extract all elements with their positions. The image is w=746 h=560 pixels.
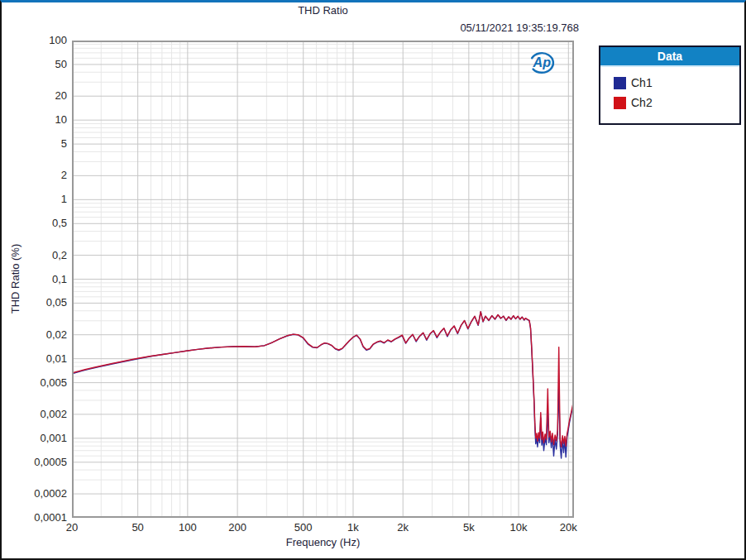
legend-item-ch1[interactable]: Ch1 xyxy=(614,76,739,89)
y-tick-label: 0,01 xyxy=(2,352,67,365)
y-tick-label: 1 xyxy=(2,193,67,205)
y-tick-label: 0,0005 xyxy=(2,456,67,468)
y-tick-label: 0,002 xyxy=(2,408,67,420)
y-tick-label: 0,1 xyxy=(2,273,67,285)
y-tick-label: 20 xyxy=(2,89,67,102)
audio-precision-logo-icon: Ap xyxy=(526,47,557,77)
y-tick-label: 5 xyxy=(2,137,67,150)
legend-swatch-ch1 xyxy=(614,77,626,89)
svg-text:Ap: Ap xyxy=(533,55,552,69)
x-axis-label: Frequency (Hz) xyxy=(72,536,574,548)
y-tick-label: 0,005 xyxy=(2,376,67,389)
legend-label: Ch1 xyxy=(631,76,653,89)
x-tick-label: 50 xyxy=(112,521,165,534)
timestamp: 05/11/2021 19:35:19.768 xyxy=(72,22,579,34)
x-tick-label: 200 xyxy=(211,521,264,534)
y-tick-label: 2 xyxy=(2,169,67,181)
page-title: THD Ratio xyxy=(72,4,574,17)
y-tick-label: 50 xyxy=(2,58,67,70)
x-tick-label: 20 xyxy=(45,521,98,534)
legend-panel: Data Ch1Ch2 xyxy=(599,45,741,125)
legend-body: Ch1Ch2 xyxy=(600,67,739,123)
x-tick-label: 10k xyxy=(492,521,545,534)
legend-header[interactable]: Data xyxy=(600,47,739,67)
y-tick-label: 10 xyxy=(2,113,67,126)
legend-item-ch2[interactable]: Ch2 xyxy=(614,96,739,109)
y-tick-label: 0,05 xyxy=(2,296,67,309)
legend-label: Ch2 xyxy=(631,96,653,109)
thd-ratio-chart xyxy=(72,41,574,518)
y-tick-label: 100 xyxy=(2,34,67,46)
plot-area[interactable] xyxy=(72,41,574,518)
y-tick-label: 0,5 xyxy=(2,217,67,229)
x-tick-label: 20k xyxy=(542,521,595,534)
x-tick-label: 100 xyxy=(161,521,214,534)
x-tick-label: 2k xyxy=(376,521,429,534)
series-ch2-line xyxy=(72,312,573,447)
x-tick-label: 1k xyxy=(327,521,380,534)
x-tick-label: 500 xyxy=(277,521,330,534)
series-ch1-line xyxy=(72,312,573,458)
x-tick-label: 5k xyxy=(442,521,495,534)
ap-measurement-window: THD Ratio 05/11/2021 19:35:19.768 THD Ra… xyxy=(0,0,746,560)
y-tick-label: 0,2 xyxy=(2,249,67,261)
y-tick-label: 0,0002 xyxy=(2,487,67,500)
legend-swatch-ch2 xyxy=(614,97,626,109)
y-tick-label: 0,001 xyxy=(2,432,67,444)
y-tick-label: 0,02 xyxy=(2,328,67,341)
